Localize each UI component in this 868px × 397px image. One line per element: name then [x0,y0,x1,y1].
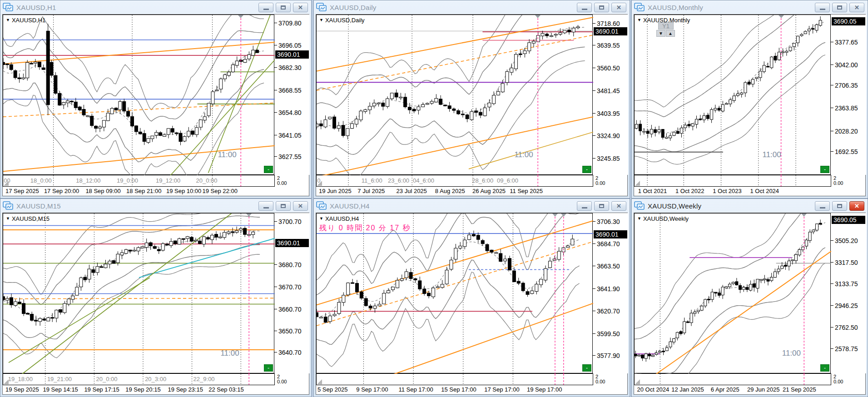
y-scale-up-button[interactable]: ▲ [666,30,675,37]
symbol-period-text: XAUUSD,H4 [325,215,359,222]
price-tick-label: 3663.50 [597,263,620,270]
minimize-button[interactable] [258,201,273,211]
chart-corner-badge[interactable]: - [820,364,829,372]
time-axis-dates[interactable]: 20 Oct 202412 Jan 20256 Apr 202529 Jun 2… [634,385,831,393]
time-pane[interactable] [634,175,831,187]
price-tick-label: 2946.25 [835,302,858,309]
chart-window-xauusd-weekly: XAUUSD,Weekly✕▼XAUUSD,Weekly11:00-3505.2… [631,198,868,397]
time-axis-dates[interactable]: 1 Oct 20211 Oct 20221 Oct 20231 Oct 2024 [634,187,831,195]
maximize-button[interactable] [594,3,609,12]
maximize-icon [837,5,842,10]
price-tick-label: 3660.70 [278,306,302,313]
date-label: 11 Sep 17:00 [398,386,433,393]
symbol-period-label[interactable]: ▼XAUUSD,Weekly [637,215,689,222]
price-axis[interactable]: 3706.303684.703663.503641.903620.703599.… [593,213,628,373]
close-button[interactable]: ✕ [611,3,626,12]
time-axis-dates[interactable]: 17 Sep 202517 Sep 20:0018 Sep 09:0018 Se… [3,187,274,195]
date-label: 19 Sep 10:00 [166,188,201,194]
maximize-button[interactable] [832,201,847,211]
time-axis-dates[interactable]: 19 Jun 20257 Jul 202523 Jul 20258 Aug 20… [316,187,593,195]
maximize-button[interactable] [832,3,847,12]
date-label: 19 Jun 2025 [319,188,352,194]
symbol-period-text: XAUUSD,Daily [325,17,365,24]
price-axis[interactable]: 3377.653042.002706.352363.852028.201692.… [831,15,866,175]
chart-window-xauusd-h1: XAUUSD,H1✕▼XAUUSD,H111:00-3709.803696.05… [0,0,312,198]
time-axis-dates[interactable]: 5 Sep 20259 Sep 17:0011 Sep 17:0015 Sep … [316,385,593,393]
time-pane[interactable]: 19_18:0019_21:0020_0:0020_3:0022_9:00 [3,373,275,385]
y-scale-down-button[interactable]: ▼ [656,30,665,37]
close-button[interactable]: ✕ [849,3,864,12]
chart-plot-area[interactable]: ▼XAUUSD,M1511:00- [3,213,274,373]
price-tick-label: 3684.70 [597,240,620,248]
time-axis-dates[interactable]: 19 Sep 202519 Sep 14:1519 Sep 17:1519 Se… [3,385,274,393]
chart-window-icon [634,3,645,12]
window-controls: ✕ [577,201,627,211]
date-label: 1 Oct 2021 [638,188,667,194]
window-titlebar[interactable]: XAUUSD,H1✕ [0,0,311,14]
price-axis[interactable]: 3700.703680.703670.703660.703650.703640.… [274,213,310,373]
chart-corner-badge[interactable]: - [582,364,591,372]
maximize-button[interactable] [594,201,609,211]
price-tick-label: 3505.20 [835,237,858,244]
symbol-period-label[interactable]: ▼XAUUSD,M15 [6,215,50,222]
current-bar-marker-icon [779,15,784,18]
symbol-period-label[interactable]: ▼XAUUSD,Daily [319,17,365,24]
minimize-button[interactable] [258,3,273,12]
close-button[interactable]: ✕ [849,201,864,211]
window-titlebar[interactable]: XAUUSD,Monthly✕ [632,0,868,14]
y-scale-button[interactable]: Y1 [658,22,674,30]
bar-countdown-text: 残り 0 時間 20 分 17 秒 [319,223,411,233]
price-tick-label: 3682.30 [278,64,302,71]
chart-plot-area[interactable]: ▼XAUUSD,H111:00- [3,15,274,175]
chart-corner-badge[interactable]: - [820,166,829,173]
price-axis[interactable]: 3718.603639.553560.503481.453403.953324.… [593,15,628,175]
minimize-button[interactable] [815,3,830,12]
minimize-icon [820,9,825,10]
chart-corner-badge[interactable]: - [264,166,273,173]
chart-plot-area[interactable]: ▼XAUUSD,Weekly11:00- [634,213,831,373]
chart-plot-area[interactable]: ▼XAUUSD,Monthly11:00-Y1▼▲ [634,15,831,175]
time-pane[interactable]: 011_6:0023_6:0004_6:0028_6:0009_6:00 [316,175,593,187]
chart-corner-badge[interactable]: - [264,364,273,372]
price-axis[interactable]: 3505.203317.503133.752946.252762.502578.… [831,213,866,373]
date-label: 19 Sep 2025 [5,386,39,393]
maximize-icon [599,204,604,208]
close-button[interactable]: ✕ [293,201,308,211]
window-titlebar[interactable]: XAUUSD,Weekly✕ [632,199,868,213]
scroll-marker-icon [317,181,322,186]
close-button[interactable]: ✕ [293,3,308,12]
window-titlebar[interactable]: XAUUSD,M15✕ [0,199,311,213]
chart-plot-area[interactable]: ▼XAUUSD,Daily11:00- [316,15,593,175]
price-tick-label: 3696.05 [278,42,302,49]
price-tick-label: 3042.00 [835,61,858,69]
chart-window-icon [316,201,327,210]
symbol-period-label[interactable]: ▼XAUUSD,H4 [319,215,359,222]
minimize-button[interactable] [815,201,830,211]
price-axis[interactable]: 3709.803696.053682.303668.553654.803641.… [274,15,310,175]
window-titlebar[interactable]: XAUUSD,Daily✕ [314,0,630,14]
chart-plot-area[interactable]: ▼XAUUSD,H4残り 0 時間 20 分 17 秒- [316,213,593,373]
close-button[interactable]: ✕ [611,201,626,211]
chart-window-xauusd-monthly: XAUUSD,Monthly✕▼XAUUSD,Monthly11:00-Y1▼▲… [631,0,868,198]
date-label: 12 Jan 2025 [671,386,704,393]
chart-window-xauusd-m15: XAUUSD,M15✕▼XAUUSD,M1511:00-3700.703680.… [0,198,312,397]
window-titlebar[interactable]: XAUUSD,H4✕ [314,199,630,213]
chart-shell: ▼XAUUSD,M1511:00-3700.703680.703670.7036… [2,213,309,395]
current-bar-marker-icon [246,213,252,217]
maximize-button[interactable] [276,201,291,211]
symbol-period-label[interactable]: ▼XAUUSD,H1 [6,17,45,24]
price-tick-label: 3620.70 [597,308,620,315]
time-pane[interactable] [316,373,593,385]
minimize-icon [263,207,269,208]
maximize-button[interactable] [276,3,291,12]
chart-corner-badge[interactable]: - [582,166,591,173]
minimize-button[interactable] [577,201,592,211]
window-controls: ✕ [577,3,627,12]
date-label: 22 Sep 03:15 [208,386,243,393]
minimize-button[interactable] [577,3,592,12]
time-pane[interactable] [634,373,831,385]
minimize-icon [263,9,269,10]
date-label: 9 Sep 17:00 [356,386,388,393]
time-pane[interactable]: 0018_0:0018_12:0019_0:0019_12:0020_0:00 [3,175,275,187]
price-tick-label: 3700.70 [278,218,302,225]
